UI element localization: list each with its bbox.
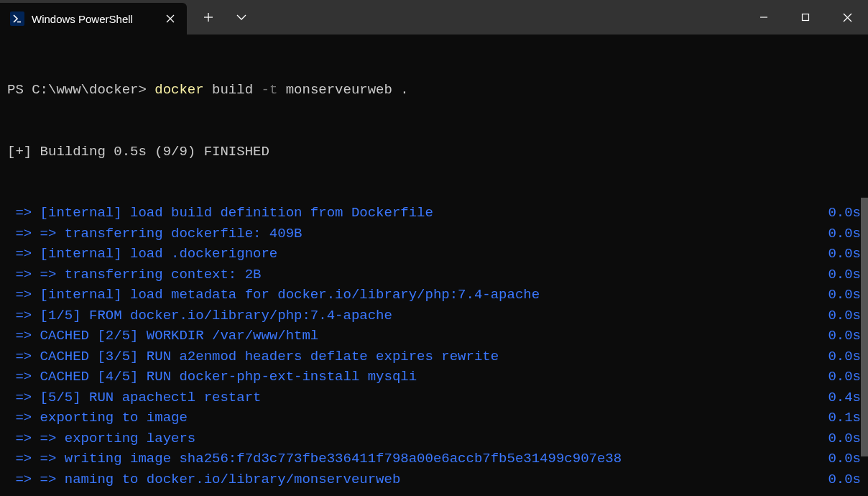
build-line: => => writing image sha256:f7d3c773fbe33… xyxy=(7,449,861,469)
command-build: build xyxy=(212,80,261,101)
build-line-text: => [internal] load build definition from… xyxy=(7,203,822,224)
terminal-output[interactable]: PS C:\www\docker> docker build -t monser… xyxy=(0,35,868,496)
build-line: => CACHED [3/5] RUN a2enmod headers defl… xyxy=(7,346,861,367)
build-line: => [internal] load metadata for docker.i… xyxy=(7,285,861,306)
build-line-text: => => writing image sha256:f7d3c773fbe33… xyxy=(7,449,822,469)
new-tab-button[interactable] xyxy=(194,3,223,32)
build-line: => => transferring context: 2B0.0s xyxy=(7,265,861,285)
minimize-button[interactable] xyxy=(743,0,785,35)
scrollbar-thumb[interactable] xyxy=(861,198,868,456)
command-args: monserveurweb . xyxy=(286,80,409,101)
build-line-time: 0.0s xyxy=(822,428,861,449)
build-line: => => transferring dockerfile: 409B0.0s xyxy=(7,224,861,244)
build-line: => [internal] load .dockerignore0.0s xyxy=(7,244,861,265)
build-line-time: 0.0s xyxy=(822,326,861,346)
build-line-time: 0.1s xyxy=(822,408,861,428)
prompt-text: PS C:\www\docker> xyxy=(7,80,154,101)
build-line: => CACHED [2/5] WORKDIR /var/www/html0.0… xyxy=(7,326,861,346)
window-controls xyxy=(743,0,868,35)
powershell-icon xyxy=(10,12,24,26)
build-line: => [1/5] FROM docker.io/library/php:7.4-… xyxy=(7,306,861,326)
close-button[interactable] xyxy=(826,0,868,35)
build-line-time: 0.0s xyxy=(822,346,861,367)
build-line-time: 0.0s xyxy=(822,244,861,265)
build-line-text: => CACHED [3/5] RUN a2enmod headers defl… xyxy=(7,346,822,367)
build-line-text: => CACHED [2/5] WORKDIR /var/www/html xyxy=(7,326,822,346)
build-line-time: 0.0s xyxy=(822,265,861,285)
build-line: => CACHED [4/5] RUN docker-php-ext-insta… xyxy=(7,367,861,387)
build-status: [+] Building 0.5s (9/9) FINISHED xyxy=(7,142,861,162)
svg-rect-6 xyxy=(803,14,809,21)
build-line: => => naming to docker.io/library/monser… xyxy=(7,469,861,490)
build-line-text: => [1/5] FROM docker.io/library/php:7.4-… xyxy=(7,306,822,326)
tab-powershell[interactable]: Windows PowerShell xyxy=(0,3,187,35)
build-line-text: => exporting to image xyxy=(7,408,822,428)
build-line-time: 0.0s xyxy=(822,449,861,469)
build-line: => => exporting layers0.0s xyxy=(7,428,861,449)
build-line-text: => => naming to docker.io/library/monser… xyxy=(7,469,822,490)
maximize-button[interactable] xyxy=(785,0,826,35)
build-line-text: => => transferring dockerfile: 409B xyxy=(7,224,822,244)
build-line: => [5/5] RUN apachectl restart0.4s xyxy=(7,387,861,408)
build-line-text: => => exporting layers xyxy=(7,428,822,449)
build-line-time: 0.0s xyxy=(822,469,861,490)
build-line-time: 0.4s xyxy=(822,387,861,408)
build-line-text: => [5/5] RUN apachectl restart xyxy=(7,387,822,408)
build-line: => exporting to image0.1s xyxy=(7,408,861,428)
build-line-time: 0.0s xyxy=(822,203,861,224)
command-line-1: PS C:\www\docker> docker build -t monser… xyxy=(7,80,861,101)
build-output: => [internal] load build definition from… xyxy=(7,203,861,490)
build-line-text: => [internal] load .dockerignore xyxy=(7,244,822,265)
build-line-text: => CACHED [4/5] RUN docker-php-ext-insta… xyxy=(7,367,822,387)
titlebar: Windows PowerShell xyxy=(0,0,868,35)
tabbar-buttons xyxy=(187,0,256,35)
build-line-text: => [internal] load metadata for docker.i… xyxy=(7,285,822,306)
build-line-time: 0.0s xyxy=(822,367,861,387)
titlebar-spacer[interactable] xyxy=(256,0,743,35)
build-line-text: => => transferring context: 2B xyxy=(7,265,822,285)
build-line-time: 0.0s xyxy=(822,285,861,306)
command-docker: docker xyxy=(154,80,212,101)
tab-close-button[interactable] xyxy=(162,11,178,27)
build-line-time: 0.0s xyxy=(822,224,861,244)
build-line: => [internal] load build definition from… xyxy=(7,203,861,224)
command-flag: -t xyxy=(261,80,285,101)
build-line-time: 0.0s xyxy=(822,306,861,326)
tab-title: Windows PowerShell xyxy=(32,13,155,25)
tab-dropdown-button[interactable] xyxy=(227,3,256,32)
